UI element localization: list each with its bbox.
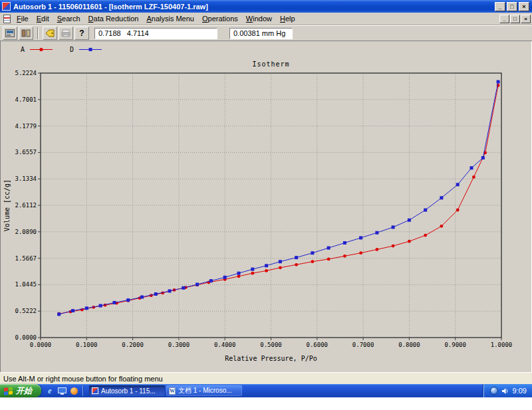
svg-text:4.1779: 4.1779 <box>15 123 37 130</box>
internet-explorer-icon[interactable]: e <box>45 386 55 395</box>
svg-text:0.1000: 0.1000 <box>76 342 98 348</box>
svg-text:1.0000: 1.0000 <box>491 342 513 348</box>
svg-text:0.5222: 0.5222 <box>15 308 37 314</box>
legend-marker-circle <box>30 47 53 52</box>
gridlines <box>41 73 501 338</box>
task-button-2[interactable]: W文档 1 - Microso... <box>166 385 242 396</box>
chart-title: Isotherm <box>252 60 289 68</box>
svg-text:0.3000: 0.3000 <box>168 342 190 348</box>
svg-text:5.2224: 5.2224 <box>15 70 37 76</box>
autosorb-icon <box>92 387 98 394</box>
windows-logo-icon <box>4 386 13 396</box>
task-label: Autosorb 1 - 115... <box>101 387 156 395</box>
svg-text:0.8000: 0.8000 <box>398 342 420 348</box>
tag-icon <box>45 29 55 37</box>
instrument-icon <box>5 29 15 37</box>
svg-text:0.9000: 0.9000 <box>444 342 466 348</box>
quick-launch: e <box>41 385 88 396</box>
legend-item-d: D <box>70 46 102 53</box>
menu-item-edit[interactable]: Edit <box>33 13 53 24</box>
svg-text:3.6557: 3.6557 <box>15 149 37 155</box>
pressure-readout-field[interactable]: 0.00381 mm Hg <box>229 28 293 39</box>
tag-button[interactable] <box>43 27 57 40</box>
mdi-minimize-button[interactable]: _ <box>499 15 509 23</box>
start-label: 开始 <box>16 385 32 397</box>
taskbar: 开始 e Autosorb 1 - 115...W文档 1 - Microso.… <box>0 384 532 397</box>
menu-item-window[interactable]: Window <box>242 13 276 24</box>
svg-text:0.0000: 0.0000 <box>15 334 37 341</box>
menu-item-help[interactable]: Help <box>276 13 299 24</box>
series-d <box>57 80 499 316</box>
toolbar: ? 0.7188 4.7114 0.00381 mm Hg <box>0 25 532 41</box>
svg-text:2.6112: 2.6112 <box>15 202 37 209</box>
svg-text:0.7000: 0.7000 <box>352 342 374 348</box>
ime-icon[interactable] <box>490 387 498 395</box>
svg-text:0.5000: 0.5000 <box>260 342 282 348</box>
chart-legend: AD <box>21 46 102 53</box>
start-button[interactable]: 开始 <box>0 384 41 397</box>
y-axis-title: Volume [cc/g] <box>3 179 11 231</box>
legend-marker-square <box>79 47 102 52</box>
menu-item-search[interactable]: Search <box>53 13 84 24</box>
autosorb-app-icon[interactable] <box>2 2 11 11</box>
mdi-window-controls: _ □ × <box>499 15 531 23</box>
maximize-button[interactable]: □ <box>507 2 517 11</box>
svg-text:1.5667: 1.5667 <box>15 255 37 262</box>
orb-icon <box>70 387 78 395</box>
legend-label: A <box>21 46 25 53</box>
show-desktop-icon[interactable] <box>57 386 66 395</box>
svg-text:0.6000: 0.6000 <box>307 342 329 348</box>
window-controls: _ □ × <box>495 2 530 11</box>
menu-item-file[interactable]: File <box>13 13 33 24</box>
transfer-icon <box>21 29 31 37</box>
x-axis-title: Relative Pressure, P/Po <box>225 355 317 362</box>
task-button-1[interactable]: Autosorb 1 - 115... <box>89 385 165 396</box>
volume-icon[interactable] <box>501 387 509 395</box>
window-title: Autosorb 1 - 11506011601 - [Isotherm LZF… <box>13 3 492 11</box>
quick-launch-separator <box>82 385 83 396</box>
menu-items: FileEditSearchData ReductionAnalysis Men… <box>13 13 299 24</box>
print-button[interactable] <box>59 27 73 40</box>
taskbar-clock: 9:09 <box>513 387 527 395</box>
cursor-readout-field[interactable]: 0.7188 4.7114 <box>94 28 217 39</box>
title-bar: Autosorb 1 - 11506011601 - [Isotherm LZF… <box>0 0 532 13</box>
svg-text:1.0445: 1.0445 <box>15 281 37 288</box>
task-buttons: Autosorb 1 - 115...W文档 1 - Microso... <box>88 385 243 396</box>
isotherm-chart: 0.00000.10000.20000.30000.40000.50000.60… <box>2 58 530 371</box>
media-player-icon[interactable] <box>69 386 78 395</box>
close-button[interactable]: × <box>519 2 529 11</box>
help-icon: ? <box>79 29 84 38</box>
word-icon: W <box>169 387 176 395</box>
menu-bar: FileEditSearchData ReductionAnalysis Men… <box>0 13 532 25</box>
desktop-monitor-icon <box>58 387 66 395</box>
system-tray: 9:09 <box>483 384 532 397</box>
desktop: Autosorb 1 - 11506011601 - [Isotherm LZF… <box>0 0 532 410</box>
svg-text:3.1334: 3.1334 <box>15 175 37 182</box>
transfer-button[interactable] <box>19 27 33 40</box>
menu-item-data-reduction[interactable]: Data Reduction <box>84 13 143 24</box>
mdi-close-button[interactable]: × <box>521 15 531 23</box>
help-button[interactable]: ? <box>74 27 89 40</box>
svg-text:0.0000: 0.0000 <box>30 342 52 348</box>
instrument-button[interactable] <box>3 27 17 40</box>
minimize-button[interactable]: _ <box>495 2 505 11</box>
svg-text:4.7001: 4.7001 <box>15 96 37 103</box>
menu-item-analysis-menu[interactable]: Analysis Menu <box>142 13 198 24</box>
status-bar: Use Alt-M or right mouse button for floa… <box>0 372 532 384</box>
toolbar-separator <box>37 27 39 39</box>
legend-item-a: A <box>21 46 53 53</box>
svg-text:0.4000: 0.4000 <box>214 342 236 348</box>
legend-label: D <box>70 46 74 53</box>
task-label: 文档 1 - Microso... <box>178 386 232 395</box>
menu-item-operations[interactable]: Operations <box>198 13 242 24</box>
svg-text:2.0890: 2.0890 <box>15 229 37 235</box>
printer-icon <box>61 29 70 37</box>
svg-text:0.2000: 0.2000 <box>122 342 144 348</box>
document-icon[interactable] <box>3 15 11 23</box>
chart-area: AD 0.00000.10000.20000.30000.40000.50000… <box>0 41 532 372</box>
axes: 0.00000.10000.20000.30000.40000.50000.60… <box>15 70 512 348</box>
status-text: Use Alt-M or right mouse button for floa… <box>3 375 163 383</box>
mdi-restore-button[interactable]: □ <box>510 15 520 23</box>
series-a <box>57 84 499 316</box>
